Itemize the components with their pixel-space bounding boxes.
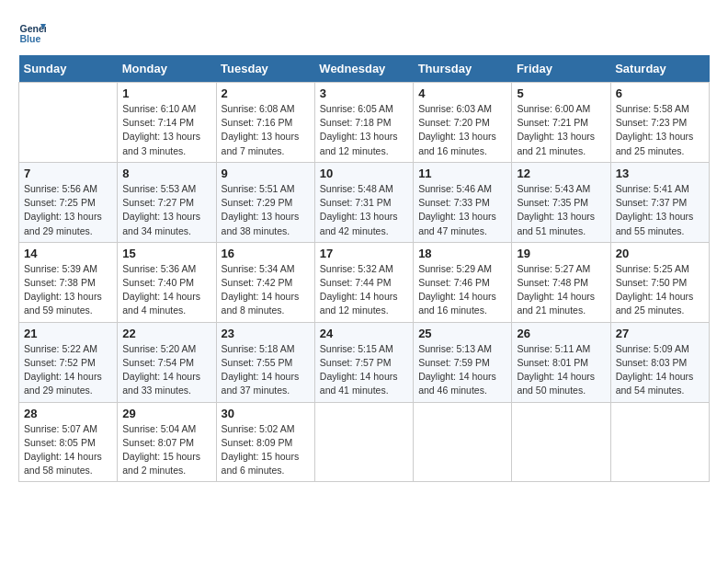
calendar-day-cell: 19Sunrise: 5:27 AM Sunset: 7:48 PM Dayli… [512,242,610,322]
day-number: 13 [616,167,704,180]
day-info: Sunrise: 5:32 AM Sunset: 7:44 PM Dayligh… [320,262,408,318]
day-number: 6 [616,86,704,100]
calendar-day-cell: 23Sunrise: 5:18 AM Sunset: 7:55 PM Dayli… [216,322,314,402]
day-info: Sunrise: 5:46 AM Sunset: 7:33 PM Dayligh… [418,182,506,238]
day-number: 29 [122,407,210,420]
day-number: 16 [222,247,310,260]
day-number: 7 [24,167,112,180]
calendar-day-cell: 21Sunrise: 5:22 AM Sunset: 7:52 PM Dayli… [19,322,118,402]
day-info: Sunrise: 5:18 AM Sunset: 7:55 PM Dayligh… [222,342,310,398]
day-info: Sunrise: 6:03 AM Sunset: 7:20 PM Dayligh… [418,102,506,158]
calendar-week-row: 1Sunrise: 6:10 AM Sunset: 7:14 PM Daylig… [19,83,710,163]
calendar-day-cell: 30Sunrise: 5:02 AM Sunset: 8:09 PM Dayli… [216,402,314,482]
calendar-day-cell: 26Sunrise: 5:11 AM Sunset: 8:01 PM Dayli… [512,322,610,402]
calendar-day-cell: 1Sunrise: 6:10 AM Sunset: 7:14 PM Daylig… [118,83,216,163]
day-number: 30 [222,407,310,420]
weekday-header-cell: Tuesday [216,55,314,83]
day-number: 10 [320,167,408,180]
calendar-day-cell: 2Sunrise: 6:08 AM Sunset: 7:16 PM Daylig… [216,83,314,163]
day-number: 20 [616,247,704,260]
day-number: 15 [122,247,210,260]
day-number: 24 [320,327,408,340]
day-number: 26 [517,327,605,340]
calendar-day-cell: 13Sunrise: 5:41 AM Sunset: 7:37 PM Dayli… [610,162,709,242]
calendar-day-cell: 25Sunrise: 5:13 AM Sunset: 7:59 PM Dayli… [414,322,512,402]
weekday-header-cell: Sunday [19,55,118,83]
calendar-day-cell: 14Sunrise: 5:39 AM Sunset: 7:38 PM Dayli… [19,242,118,322]
day-info: Sunrise: 5:43 AM Sunset: 7:35 PM Dayligh… [517,182,605,238]
calendar-week-row: 7Sunrise: 5:56 AM Sunset: 7:25 PM Daylig… [19,162,710,242]
weekday-header-row: SundayMondayTuesdayWednesdayThursdayFrid… [19,55,710,83]
day-info: Sunrise: 5:58 AM Sunset: 7:23 PM Dayligh… [616,102,704,158]
calendar-day-cell: 17Sunrise: 5:32 AM Sunset: 7:44 PM Dayli… [314,242,413,322]
calendar-day-cell: 8Sunrise: 5:53 AM Sunset: 7:27 PM Daylig… [118,162,216,242]
calendar-table: SundayMondayTuesdayWednesdayThursdayFrid… [18,55,710,482]
calendar-day-cell: 28Sunrise: 5:07 AM Sunset: 8:05 PM Dayli… [19,402,118,482]
day-info: Sunrise: 5:36 AM Sunset: 7:40 PM Dayligh… [122,262,210,318]
day-number: 23 [222,327,310,340]
calendar-day-cell: 16Sunrise: 5:34 AM Sunset: 7:42 PM Dayli… [216,242,314,322]
day-info: Sunrise: 5:20 AM Sunset: 7:54 PM Dayligh… [122,342,210,398]
day-info: Sunrise: 5:34 AM Sunset: 7:42 PM Dayligh… [222,262,310,318]
day-info: Sunrise: 6:10 AM Sunset: 7:14 PM Dayligh… [122,102,210,158]
day-info: Sunrise: 5:48 AM Sunset: 7:31 PM Dayligh… [320,182,408,238]
weekday-header-cell: Thursday [414,55,512,83]
calendar-day-cell: 18Sunrise: 5:29 AM Sunset: 7:46 PM Dayli… [414,242,512,322]
weekday-header-cell: Friday [512,55,610,83]
day-number: 4 [418,86,506,100]
calendar-day-cell [414,402,512,482]
day-number: 2 [222,86,310,100]
calendar-day-cell [314,402,413,482]
day-info: Sunrise: 5:09 AM Sunset: 8:03 PM Dayligh… [616,342,704,398]
day-info: Sunrise: 6:00 AM Sunset: 7:21 PM Dayligh… [517,102,605,158]
calendar-day-cell: 5Sunrise: 6:00 AM Sunset: 7:21 PM Daylig… [512,83,610,163]
day-info: Sunrise: 5:15 AM Sunset: 7:57 PM Dayligh… [320,342,408,398]
day-number: 22 [122,327,210,340]
day-number: 12 [517,167,605,180]
day-info: Sunrise: 5:25 AM Sunset: 7:50 PM Dayligh… [616,262,704,318]
logo: General Blue [18,18,40,46]
day-info: Sunrise: 6:05 AM Sunset: 7:18 PM Dayligh… [320,102,408,158]
calendar-week-row: 28Sunrise: 5:07 AM Sunset: 8:05 PM Dayli… [19,402,710,482]
day-number: 9 [222,167,310,180]
calendar-week-row: 14Sunrise: 5:39 AM Sunset: 7:38 PM Dayli… [19,242,710,322]
page-header: General Blue [18,18,710,46]
weekday-header-cell: Wednesday [314,55,413,83]
day-info: Sunrise: 5:11 AM Sunset: 8:01 PM Dayligh… [517,342,605,398]
day-info: Sunrise: 5:07 AM Sunset: 8:05 PM Dayligh… [24,422,112,478]
day-number: 11 [418,167,506,180]
day-number: 3 [320,86,408,100]
day-info: Sunrise: 5:39 AM Sunset: 7:38 PM Dayligh… [24,262,112,318]
day-number: 25 [418,327,506,340]
calendar-day-cell: 20Sunrise: 5:25 AM Sunset: 7:50 PM Dayli… [610,242,709,322]
day-number: 21 [24,327,112,340]
day-info: Sunrise: 5:27 AM Sunset: 7:48 PM Dayligh… [517,262,605,318]
day-info: Sunrise: 6:08 AM Sunset: 7:16 PM Dayligh… [222,102,310,158]
logo-icon: General Blue [18,18,46,46]
weekday-header-cell: Saturday [610,55,709,83]
calendar-day-cell: 10Sunrise: 5:48 AM Sunset: 7:31 PM Dayli… [314,162,413,242]
day-info: Sunrise: 5:51 AM Sunset: 7:29 PM Dayligh… [222,182,310,238]
calendar-day-cell [512,402,610,482]
calendar-day-cell [610,402,709,482]
calendar-day-cell: 3Sunrise: 6:05 AM Sunset: 7:18 PM Daylig… [314,83,413,163]
calendar-day-cell: 7Sunrise: 5:56 AM Sunset: 7:25 PM Daylig… [19,162,118,242]
day-number: 18 [418,247,506,260]
calendar-day-cell: 15Sunrise: 5:36 AM Sunset: 7:40 PM Dayli… [118,242,216,322]
day-number: 1 [122,86,210,100]
day-info: Sunrise: 5:04 AM Sunset: 8:07 PM Dayligh… [122,422,210,478]
day-number: 14 [24,247,112,260]
day-info: Sunrise: 5:53 AM Sunset: 7:27 PM Dayligh… [122,182,210,238]
calendar-day-cell: 24Sunrise: 5:15 AM Sunset: 7:57 PM Dayli… [314,322,413,402]
day-number: 28 [24,407,112,420]
day-info: Sunrise: 5:41 AM Sunset: 7:37 PM Dayligh… [616,182,704,238]
calendar-day-cell [19,83,118,163]
calendar-week-row: 21Sunrise: 5:22 AM Sunset: 7:52 PM Dayli… [19,322,710,402]
calendar-day-cell: 29Sunrise: 5:04 AM Sunset: 8:07 PM Dayli… [118,402,216,482]
calendar-day-cell: 9Sunrise: 5:51 AM Sunset: 7:29 PM Daylig… [216,162,314,242]
day-number: 19 [517,247,605,260]
day-number: 5 [517,86,605,100]
svg-text:Blue: Blue [20,33,41,44]
calendar-day-cell: 12Sunrise: 5:43 AM Sunset: 7:35 PM Dayli… [512,162,610,242]
weekday-header-cell: Monday [118,55,216,83]
